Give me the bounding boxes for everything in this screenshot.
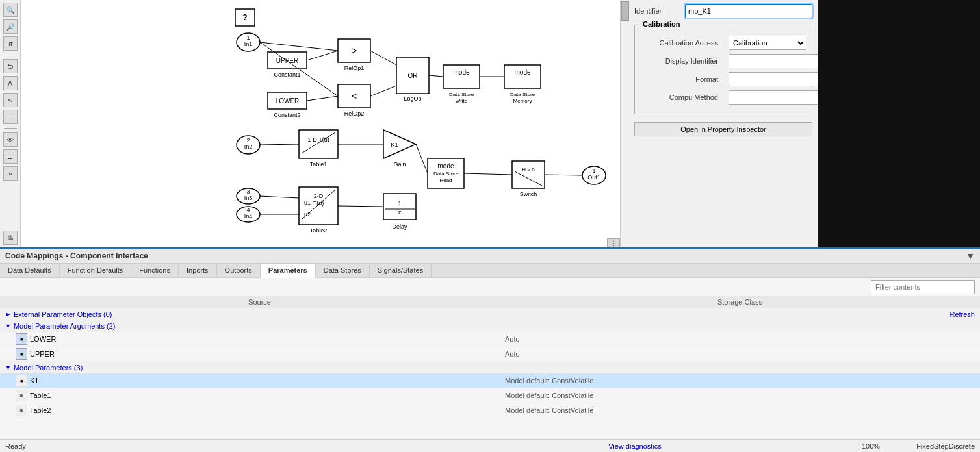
svg-text:In4: In4: [244, 213, 253, 220]
view-diagnostics-link[interactable]: View diagnostics: [425, 442, 845, 450]
vertical-scrollbar[interactable]: [620, 0, 629, 247]
svg-text:z: z: [398, 209, 402, 216]
svg-text:Memory: Memory: [513, 98, 532, 104]
svg-text:mode: mode: [514, 69, 530, 76]
row-lower[interactable]: ■ LOWER Auto: [0, 332, 980, 347]
compu-method-row: Compu Method: [640, 90, 806, 105]
svg-rect-14: [338, 84, 370, 108]
svg-text:<: <: [352, 91, 357, 101]
svg-text:K1: K1: [391, 142, 398, 148]
tab-parameters[interactable]: Parameters: [261, 264, 316, 278]
svg-rect-50: [512, 161, 545, 188]
svg-text:1: 1: [398, 200, 401, 207]
view-btn[interactable]: 👁: [3, 132, 18, 147]
svg-line-78: [260, 196, 299, 198]
row-table2[interactable]: ≡ Table2 Model default: ConstVolatile: [0, 403, 980, 418]
tab-data-defaults[interactable]: Data Defaults: [0, 264, 60, 277]
line-btn[interactable]: ↖: [3, 93, 18, 107]
group-external-params[interactable]: ► External Parameter Objects (0) Refresh: [0, 308, 980, 320]
filter-input[interactable]: [871, 280, 975, 294]
svg-rect-8: [338, 39, 370, 62]
svg-line-32: [370, 51, 396, 65]
rect-btn[interactable]: □: [3, 110, 18, 124]
group-triangle-3: ▼: [5, 364, 11, 371]
table-body[interactable]: ► External Parameter Objects (0) Refresh…: [0, 308, 980, 439]
format-input[interactable]: [729, 72, 818, 86]
open-property-inspector-btn[interactable]: Open in Property Inspector: [634, 122, 812, 136]
svg-text:Out1: Out1: [587, 174, 600, 181]
nav-btn[interactable]: ☵: [3, 149, 18, 164]
svg-point-65: [237, 207, 260, 222]
svg-text:Gain: Gain: [393, 161, 406, 168]
zoom-out-btn[interactable]: 🔎: [3, 19, 18, 34]
svg-text:LogOp: LogOp: [404, 95, 421, 102]
group-param-args[interactable]: ▼ Model Parameter Arguments (2): [0, 320, 980, 332]
fit-btn[interactable]: ⇵: [3, 36, 18, 51]
panel-close-btn[interactable]: ▼: [966, 251, 975, 261]
row-value-table1: Model default: ConstVolatile: [505, 392, 980, 399]
svg-text:u2: u2: [304, 211, 311, 218]
row-value-k1: Model default: ConstVolatile: [505, 377, 980, 384]
refresh-link[interactable]: Refresh: [949, 310, 975, 318]
scrollbar-thumb: [621, 1, 629, 21]
svg-rect-39: [299, 130, 338, 158]
svg-line-28: [260, 42, 338, 51]
panel-collapse-handle[interactable]: ⋮: [607, 238, 620, 247]
panel-header: Code Mappings - Component Interface ▼: [0, 249, 980, 264]
tab-bar: Data Defaults Function Defaults Function…: [0, 264, 980, 278]
select-btn[interactable]: ⮌: [3, 59, 18, 73]
svg-text:4: 4: [246, 207, 250, 213]
tab-inports[interactable]: Inports: [179, 264, 217, 277]
group-label-1: External Parameter Objects (0): [14, 310, 112, 318]
identifier-input[interactable]: [685, 4, 812, 18]
row-table1[interactable]: ≡ Table1 Model default: ConstVolatile: [0, 388, 980, 403]
separator-2: [4, 128, 17, 129]
group-triangle-1: ►: [5, 311, 11, 318]
svg-line-71: [302, 190, 335, 220]
svg-text:Write: Write: [456, 98, 468, 104]
property-sidebar: Identifier Calibration Calibration Acces…: [629, 0, 818, 247]
compu-method-input[interactable]: [729, 90, 818, 105]
svg-text:Table1: Table1: [310, 161, 328, 168]
left-toolbar: 🔍 🔎 ⇵ ⮌ A ↖ □ 👁 ☵ » 🖶: [0, 0, 21, 247]
format-label: Format: [640, 75, 718, 83]
zoom-in-btn[interactable]: 🔍: [3, 3, 18, 17]
svg-text:u1: u1: [304, 199, 311, 206]
svg-text:Constant1: Constant1: [274, 71, 300, 78]
svg-line-41: [302, 132, 335, 153]
group-model-params[interactable]: ▼ Model Parameters (3): [0, 362, 980, 373]
svg-line-60: [464, 173, 512, 175]
display-identifier-input[interactable]: [729, 54, 818, 68]
svg-point-36: [237, 136, 260, 154]
compu-method-label: Compu Method: [640, 94, 718, 101]
separator-1: [4, 55, 17, 55]
svg-rect-5: [268, 52, 307, 69]
tab-data-stores[interactable]: Data Stores: [316, 264, 370, 277]
tab-functions[interactable]: Functions: [131, 264, 179, 277]
svg-marker-43: [383, 130, 416, 158]
svg-text:Data Store: Data Store: [449, 92, 474, 97]
svg-text:RelOp1: RelOp1: [344, 65, 365, 71]
tab-outports[interactable]: Outports: [217, 264, 261, 277]
print-btn[interactable]: 🖶: [3, 231, 18, 245]
svg-text:Read: Read: [439, 177, 452, 183]
svg-rect-46: [428, 158, 464, 188]
col-storage-header: Storage Class: [500, 298, 980, 306]
svg-text:H > 0: H > 0: [522, 167, 535, 173]
diagram-canvas[interactable]: ? 1 In1 UPPER Constant1 > RelOp1 LOWER C…: [21, 0, 629, 247]
calibration-access-select[interactable]: Calibration ReadOnly NoCalibration: [729, 36, 806, 50]
svg-line-59: [416, 144, 428, 173]
calibration-access-row: Calibration Access Calibration ReadOnly …: [640, 36, 806, 50]
row-upper[interactable]: ■ UPPER Auto: [0, 347, 980, 362]
svg-line-34: [429, 75, 443, 77]
svg-text:Constant2: Constant2: [274, 112, 300, 118]
row-icon-lower: ■: [16, 333, 27, 345]
row-icon-k1: ■: [16, 375, 27, 386]
bottom-panel: Code Mappings - Component Interface ▼ Da…: [0, 247, 980, 439]
more-btn[interactable]: »: [3, 166, 18, 181]
tab-function-defaults[interactable]: Function Defaults: [60, 264, 132, 277]
row-k1[interactable]: ■ K1 Model default: ConstVolatile: [0, 373, 980, 388]
text-btn[interactable]: A: [3, 76, 18, 90]
tab-signals-states[interactable]: Signals/States: [370, 264, 432, 277]
svg-text:Data Store: Data Store: [433, 171, 459, 177]
